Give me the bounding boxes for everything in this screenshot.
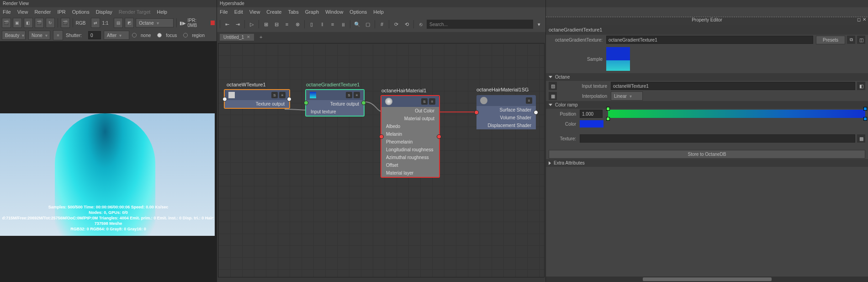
- section-octane[interactable]: Octane: [546, 73, 868, 81]
- node-sphere-icon[interactable]: S: [421, 98, 428, 105]
- frame-icon[interactable]: ▢: [363, 20, 372, 29]
- graph-in-icon[interactable]: ⇤: [222, 20, 232, 29]
- hs-menu-window[interactable]: Window: [325, 9, 343, 15]
- render-viewport[interactable]: Samples: 500/500 Time: 00:00:06/00:00:06…: [0, 41, 217, 282]
- scroll-thumb[interactable]: [643, 277, 772, 281]
- interp-select[interactable]: Linear: [611, 91, 643, 101]
- row-matlayer[interactable]: Material layer: [381, 169, 439, 177]
- sample-swatch[interactable]: [606, 47, 630, 71]
- hs-menu-view[interactable]: View: [249, 9, 260, 15]
- menu-options[interactable]: Options: [72, 9, 90, 15]
- node-sphere-icon[interactable]: S: [346, 92, 352, 98]
- layout-3-icon[interactable]: ≡: [328, 20, 337, 29]
- graph-upstream-icon[interactable]: ▷: [247, 20, 256, 29]
- node-out-row[interactable]: Texture output: [306, 100, 364, 108]
- node-head[interactable]: S≡: [225, 90, 289, 100]
- input-tex-input[interactable]: octaneWTexture1: [611, 82, 855, 90]
- ramp-handle-end-b[interactable]: [863, 117, 867, 121]
- save-image-icon[interactable]: ◩: [125, 18, 134, 28]
- texture-input[interactable]: [580, 134, 855, 143]
- row-offset[interactable]: Offset: [381, 161, 439, 169]
- solo-icon[interactable]: ⎋: [416, 20, 425, 29]
- region-icon[interactable]: ◧: [24, 18, 33, 28]
- row-disp[interactable]: Displacement Shader: [476, 122, 536, 129]
- menu-ipr[interactable]: IPR: [57, 9, 65, 15]
- search-input[interactable]: Search...: [427, 20, 533, 29]
- graph-remove-icon[interactable]: ⊟: [272, 20, 281, 29]
- hs-menu-file[interactable]: File: [220, 9, 228, 15]
- node-list-icon[interactable]: ≡: [354, 92, 360, 98]
- grid-icon[interactable]: ▦: [549, 92, 557, 100]
- pause-play-icon[interactable]: ▮▶: [180, 21, 186, 26]
- row-long[interactable]: Longitudinal roughness: [381, 146, 439, 154]
- beauty-select[interactable]: Beauty: [2, 31, 26, 40]
- mode-region-radio[interactable]: [183, 33, 188, 37]
- layout-1-icon[interactable]: ▯: [307, 20, 316, 29]
- ramp-handle-start[interactable]: [606, 107, 610, 111]
- hs-menu-graph[interactable]: Graph: [305, 9, 319, 15]
- hs-menu-edit[interactable]: Edit: [234, 9, 243, 15]
- color-swatch[interactable]: [580, 120, 603, 128]
- hs-menu-tabs[interactable]: Tabs: [288, 9, 298, 15]
- graph-clear-icon[interactable]: ⊗: [293, 20, 302, 29]
- list-icon[interactable]: ≡: [53, 30, 63, 40]
- section-extra-attrs[interactable]: Extra Attributes: [546, 159, 868, 167]
- presets-button[interactable]: Presets: [816, 36, 845, 44]
- store-octanedb-button[interactable]: Store to OctaneDB: [549, 150, 865, 159]
- node-octane-wtexture[interactable]: S≡ Texture output octaneWTexture1: [224, 89, 290, 109]
- menu-file[interactable]: File: [3, 9, 11, 15]
- checker-icon[interactable]: ▩: [857, 134, 865, 143]
- ipr-start-icon[interactable]: 🎬: [35, 18, 44, 28]
- pe-close-icon[interactable]: ✕: [863, 17, 866, 22]
- none-select[interactable]: None: [28, 31, 50, 40]
- row-azim[interactable]: Azimuthal roughness: [381, 154, 439, 161]
- node-list-icon[interactable]: ≡: [429, 98, 435, 105]
- pe-tab-icon[interactable]: ◫: [857, 36, 865, 44]
- node-out-row[interactable]: Texture output: [225, 100, 289, 108]
- close-tab-icon[interactable]: ✕: [247, 35, 250, 39]
- node-sphere-icon[interactable]: S: [271, 92, 278, 98]
- add-tab-button[interactable]: +: [257, 33, 265, 41]
- node-octane-hair-material[interactable]: octaneHairMaterial1 S≡ Out Color Materia…: [381, 95, 440, 178]
- after-select[interactable]: After: [104, 31, 129, 40]
- menu-render[interactable]: Render: [34, 9, 51, 15]
- pe-copy-icon[interactable]: ⧉: [847, 36, 855, 44]
- hs-menu-options[interactable]: Options: [349, 9, 367, 15]
- tab-untitled[interactable]: Untitled_1✕: [220, 34, 254, 41]
- menu-view[interactable]: View: [17, 9, 28, 15]
- h-scrollbar[interactable]: [546, 277, 868, 282]
- graph-out-icon[interactable]: ⇥: [233, 20, 242, 29]
- row-pheo[interactable]: Pheomelanin: [381, 138, 439, 146]
- row-vol[interactable]: Volume Shader: [476, 114, 536, 122]
- node-head[interactable]: S≡: [381, 96, 439, 107]
- clapper-icon[interactable]: 🎬: [2, 18, 11, 28]
- pe-type-input[interactable]: octaneGradientTexture1: [606, 36, 813, 44]
- color-ramp[interactable]: [608, 110, 865, 118]
- sync-off-icon[interactable]: ⟲: [402, 20, 411, 29]
- record-icon[interactable]: [211, 21, 215, 25]
- layout-2-icon[interactable]: ⫴: [318, 20, 327, 29]
- layout-4-icon[interactable]: ⫼: [339, 20, 348, 29]
- sync-on-icon[interactable]: ⟳: [392, 20, 401, 29]
- node-head[interactable]: S≡: [306, 90, 364, 100]
- search-dd-icon[interactable]: ▾: [535, 20, 544, 29]
- renderer-select[interactable]: Octane: [136, 18, 173, 27]
- connect-icon[interactable]: ◧: [857, 82, 865, 90]
- section-color-ramp[interactable]: Color ramp: [546, 101, 868, 109]
- ipr-refresh-icon[interactable]: ↻: [46, 18, 55, 28]
- node-octane-hair-sg[interactable]: octaneHairMaterial1SG ≡ Surface Shader V…: [476, 95, 536, 129]
- node-head[interactable]: ≡: [476, 95, 536, 106]
- pos-input[interactable]: 1.000: [580, 110, 603, 118]
- node-in-row[interactable]: Input texture: [306, 108, 364, 116]
- hs-menu-help[interactable]: Help: [373, 9, 384, 15]
- ipr-icon[interactable]: 🎬: [61, 18, 70, 28]
- hatch-icon[interactable]: ▨: [549, 82, 557, 90]
- shutter-input[interactable]: [88, 31, 101, 39]
- zoom-icon[interactable]: 🔍: [353, 20, 362, 29]
- graph-add-icon[interactable]: ⊞: [261, 20, 270, 29]
- row-albedo[interactable]: Albedo: [381, 122, 439, 130]
- ramp-handle-end[interactable]: [863, 107, 867, 111]
- image-icon[interactable]: ▤: [114, 18, 123, 28]
- mode-focus-radio[interactable]: [157, 33, 162, 37]
- menu-help[interactable]: Help: [157, 9, 167, 15]
